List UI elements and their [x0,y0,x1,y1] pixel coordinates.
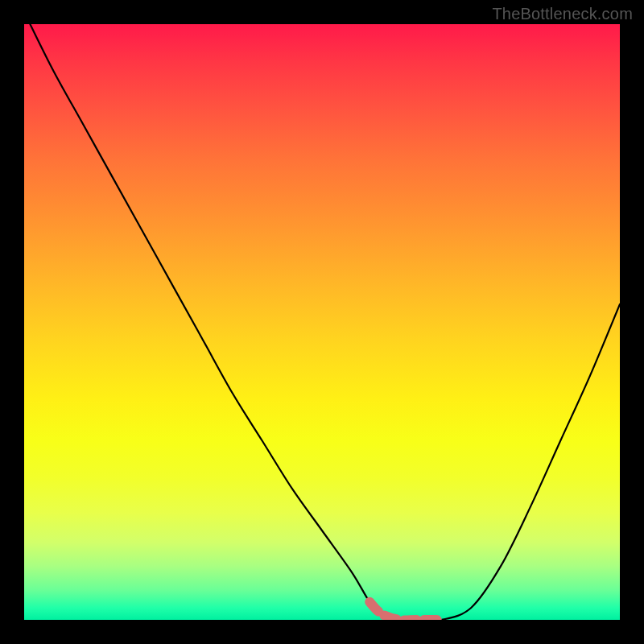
curve-layer [24,24,620,620]
chart-frame: TheBottleneck.com [0,0,644,644]
watermark-text: TheBottleneck.com [492,5,633,23]
optimal-range-highlight [369,602,441,620]
plot-area [24,24,620,620]
bottleneck-curve [30,24,620,620]
